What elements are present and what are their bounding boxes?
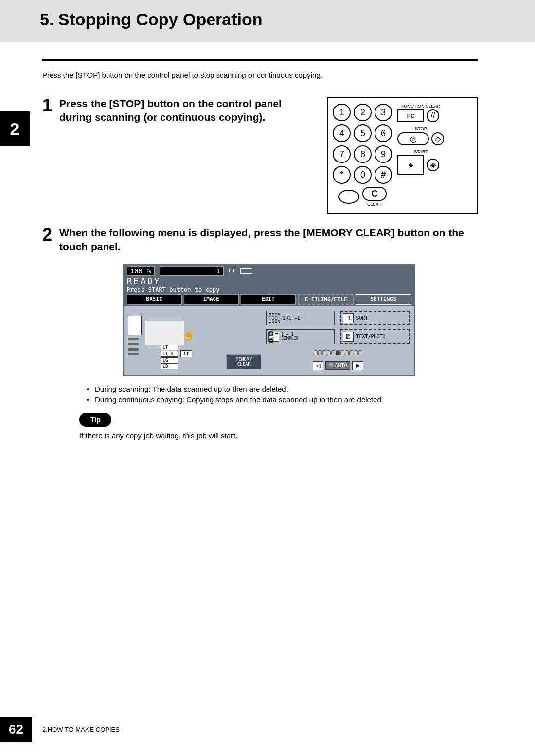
lt-indicator: LT <box>229 268 235 274</box>
density-tick <box>331 350 335 355</box>
tray-line-icon <box>128 348 139 351</box>
stop-label: STOP <box>397 126 444 131</box>
start-button[interactable]: ◈ <box>397 155 424 175</box>
step-1: 1 Press the [STOP] button on the control… <box>42 97 478 214</box>
keypad-0[interactable]: 0 <box>354 166 372 184</box>
keypad-3[interactable]: 3 <box>374 104 392 121</box>
paper-lg[interactable]: LG <box>160 357 178 363</box>
density-tick <box>358 350 362 355</box>
keypad-star[interactable]: * <box>333 166 351 184</box>
footer-chapter: 2.HOW TO MAKE COPIES <box>42 726 120 733</box>
zoom-button[interactable]: ZOOM 100% ORG.→LT <box>266 311 335 325</box>
text-photo-button[interactable]: 🖻 TEXT/PHOTO <box>340 329 410 344</box>
step-number: 2 <box>42 226 52 440</box>
step-2: 2 When the following menu is displayed, … <box>42 226 478 440</box>
tab-basic[interactable]: BASIC <box>127 294 182 305</box>
memory-clear-button[interactable]: MEMORY CLEAR <box>226 354 261 369</box>
keypad-5[interactable]: 5 <box>354 124 372 142</box>
intro-text: Press the [STOP] button on the control p… <box>42 71 478 79</box>
sort-button[interactable]: ∋ SORT <box>340 311 410 325</box>
tab-efiling[interactable]: E-FILING/FILE <box>298 294 354 305</box>
page-number: 62 <box>0 717 32 742</box>
paper-ld[interactable]: LD <box>160 363 178 369</box>
copy-count-display: 1 <box>160 266 224 276</box>
density-right-arrow[interactable]: ▶ <box>352 361 363 370</box>
density-tick-mark <box>336 350 340 355</box>
keypad-7[interactable]: 7 <box>333 145 351 163</box>
keypad-4[interactable]: 4 <box>333 124 351 142</box>
clear-label: CLEAR <box>367 202 382 207</box>
simplex-label: SIMPLEX <box>281 337 298 341</box>
platen-icon <box>145 321 184 345</box>
stop-button[interactable]: ◎ <box>397 132 429 145</box>
keypad-blank[interactable] <box>338 190 359 204</box>
bullet-item: During scanning: The data scanned up to … <box>87 385 478 393</box>
tray-line-icon <box>128 343 139 345</box>
density-tick <box>314 350 318 355</box>
auto-button[interactable]: 🔍AUTO <box>325 361 350 370</box>
header-bar: 5. Stopping Copy Operation <box>0 0 535 42</box>
tip-text: If there is any copy job waiting, this j… <box>79 432 478 440</box>
simplex-icon: 🗐→🗐 <box>268 332 279 342</box>
start-label: START <box>397 149 444 154</box>
keypad-6[interactable]: 6 <box>374 124 392 142</box>
density-tick <box>322 350 326 355</box>
keypad-2[interactable]: 2 <box>354 104 372 121</box>
keypad-8[interactable]: 8 <box>354 145 372 163</box>
divider-top <box>42 59 478 61</box>
zoom-pct-display: 100 % <box>127 266 155 276</box>
stop-aux-icon: ◇ <box>431 132 444 145</box>
step-2-text: When the following menu is displayed, pr… <box>59 226 478 254</box>
lt-badge: LT <box>180 350 193 357</box>
sort-label: SORT <box>356 315 368 321</box>
tray-line-icon <box>128 338 139 340</box>
text-photo-icon: 🖻 <box>343 332 354 342</box>
control-panel-diagram: 1 2 3 4 5 6 7 8 9 <box>327 97 478 214</box>
zoom-label: ZOOM <box>268 313 280 318</box>
touch-panel: 100 % 1 LT READY Press START button to c… <box>123 264 415 376</box>
simplex-button[interactable]: 🗐→🗐 1 → 1 SIMPLEX <box>266 329 335 344</box>
keypad-9[interactable]: 9 <box>374 145 392 163</box>
stop-icon: ◎ <box>410 134 417 144</box>
start-aux-icon: ◈ <box>427 159 439 171</box>
density-tick <box>318 350 322 355</box>
zoom-value: 100% <box>268 318 280 324</box>
tab-settings[interactable]: SETTINGS <box>356 294 411 305</box>
tray-line-icon <box>128 353 139 355</box>
density-tick <box>349 350 353 355</box>
tab-edit[interactable]: EDIT <box>241 294 296 305</box>
density-left-arrow[interactable]: ◁ <box>313 361 323 370</box>
footer: 62 2.HOW TO MAKE COPIES <box>0 717 535 742</box>
orig-lt-label: ORG.→LT <box>282 315 303 321</box>
keypad-1[interactable]: 1 <box>333 104 351 121</box>
function-clear-label: FUNCTION CLEAR <box>397 104 444 108</box>
bullet-item: During continuous copying: Copying stops… <box>87 395 478 404</box>
sort-icon: ∋ <box>343 313 354 323</box>
text-photo-label: TEXT/PHOTO <box>356 334 385 339</box>
section-title: 5. Stopping Copy Operation <box>40 10 535 29</box>
tray-icon <box>128 316 142 335</box>
fc-aux-icon: // <box>427 109 439 122</box>
ready-status: READY <box>124 276 414 286</box>
step-number: 1 <box>42 97 52 214</box>
step-1-text: Press the [STOP] button on the control p… <box>59 97 315 125</box>
tab-image[interactable]: IMAGE <box>184 294 239 305</box>
density-tick <box>340 350 344 355</box>
scanner-graphic: ☝ <box>128 311 261 345</box>
keypad-hash[interactable]: # <box>374 166 392 184</box>
prompt-text: Press START button to copy <box>124 286 414 293</box>
density-tick <box>345 350 349 355</box>
paper-ltr[interactable]: LT-R <box>160 351 178 357</box>
clear-button[interactable]: C <box>362 187 387 201</box>
bullet-list: During scanning: The data scanned up to … <box>87 385 478 404</box>
density-tick <box>327 350 331 355</box>
start-icon: ◈ <box>409 162 413 168</box>
side-chapter-tab: 2 <box>0 111 30 146</box>
paper-size-icon <box>240 268 252 274</box>
tip-badge: Tip <box>79 413 111 427</box>
density-tick <box>354 350 358 355</box>
density-control <box>266 350 410 355</box>
content-area: Press the [STOP] button on the control p… <box>0 42 535 440</box>
function-clear-button[interactable]: FC <box>397 109 424 122</box>
